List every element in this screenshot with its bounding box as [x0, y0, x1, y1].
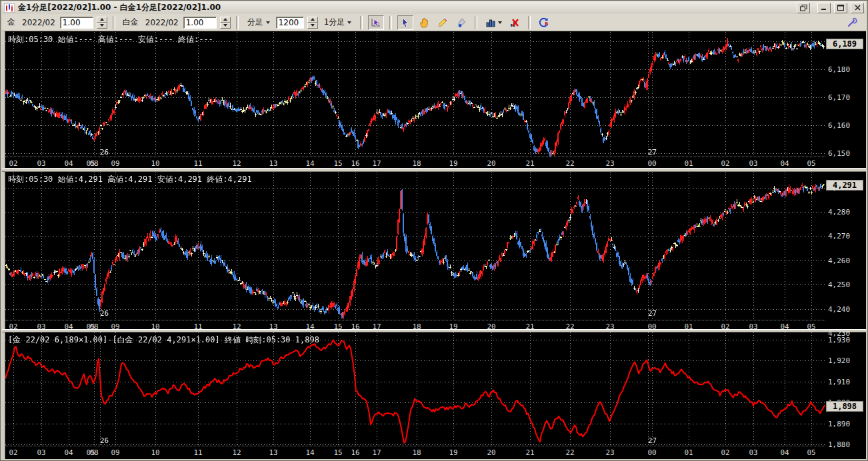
- toolbar-separator: [389, 16, 392, 29]
- day-marker-label: 26: [100, 436, 109, 445]
- bar-count-field[interactable]: [276, 17, 304, 29]
- chart-cursor-icon: [371, 17, 381, 28]
- y-tick-label: 6,160: [828, 121, 850, 130]
- x-tick-label: 05: [807, 159, 815, 168]
- chart-type-button[interactable]: [483, 15, 504, 30]
- platinum-contract-month[interactable]: 2022/02: [143, 18, 181, 27]
- spin-up-icon: [100, 18, 104, 21]
- draw-pencil-button[interactable]: [435, 15, 451, 30]
- y-tick-label: 6,180: [828, 65, 850, 74]
- y-tick-label: 1,910: [828, 377, 850, 386]
- x-tick-label: 18: [412, 448, 421, 457]
- spin-down-icon: [311, 24, 315, 27]
- gold-multiplier-spinner[interactable]: [97, 17, 107, 29]
- day-marker-label: 26: [100, 309, 109, 318]
- settings-wrench-button[interactable]: [844, 15, 860, 30]
- close-button[interactable]: [851, 3, 864, 13]
- delete-drawings-button[interactable]: [507, 15, 523, 30]
- highlighter-button[interactable]: [453, 15, 469, 30]
- cascade-windows-button[interactable]: [797, 3, 810, 13]
- day-marker-label: 27: [648, 148, 657, 157]
- y-tick-label: 1,880: [828, 440, 850, 449]
- interval-type-dropdown[interactable]: 分足: [244, 15, 273, 29]
- pan-hand-button[interactable]: [416, 15, 432, 30]
- x-tick-label: 22: [565, 448, 574, 457]
- x-tick-label: 15: [333, 159, 342, 168]
- x-tick-label: 00: [647, 159, 656, 168]
- toolbar-separator: [475, 16, 477, 29]
- chart-area: 時刻:05:30 始値:--- 高値:--- 安値:--- 終値:--- 020…: [2, 31, 866, 459]
- x-tick-label: 03: [749, 448, 757, 457]
- x-tick-label: 04: [64, 159, 73, 168]
- x-tick-label: 12: [232, 159, 241, 168]
- gold-contract-month[interactable]: 2022/02: [20, 18, 57, 27]
- minimize-icon: [821, 5, 827, 11]
- spin-up-icon: [311, 18, 315, 21]
- platinum-multiplier-field[interactable]: [183, 17, 217, 29]
- gold-multiplier-field[interactable]: [60, 17, 93, 29]
- bar-count-spinner[interactable]: [307, 17, 318, 29]
- x-tick-label: 09: [111, 159, 119, 168]
- x-tick-label: 17: [372, 448, 381, 457]
- x-tick-label: 08: [89, 448, 98, 457]
- y-tick-label: 4,280: [828, 208, 850, 217]
- platinum-chart-canvas[interactable]: [5, 172, 825, 320]
- chart-cursor-mode-button[interactable]: [368, 15, 384, 30]
- toolbar-separator: [528, 16, 531, 29]
- x-tick-label: 16: [351, 448, 359, 457]
- platinum-symbol-label: 白金: [121, 17, 141, 28]
- x-tick-label: 11: [193, 448, 202, 457]
- timeframe-dropdown[interactable]: 1分足: [321, 15, 355, 29]
- chart-application-window: { "window": { "title": "金1分足[2022/02]1.0…: [0, 0, 868, 461]
- refresh-button[interactable]: R: [536, 15, 552, 30]
- refresh-icon: R: [539, 17, 549, 28]
- x-tick-label: 19: [449, 159, 457, 168]
- x-tick-label: 03: [749, 159, 757, 168]
- wrench-icon: [847, 17, 857, 28]
- x-tick-label: 01: [684, 159, 693, 168]
- x-tick-label: 02: [721, 448, 729, 457]
- x-tick-label: 13: [269, 159, 277, 168]
- minimize-button[interactable]: [817, 3, 831, 13]
- x-tick-label: 10: [151, 448, 159, 457]
- x-tick-label: 03: [37, 159, 45, 168]
- app-icon: [4, 3, 15, 13]
- x-tick-label: 09: [111, 448, 119, 457]
- x-tick-label: 20: [487, 159, 495, 168]
- x-tick-label: 01: [684, 448, 693, 457]
- red-x-icon: [509, 17, 520, 28]
- spread-current-price-badge: 1,898: [826, 401, 863, 412]
- x-tick-label: 05: [807, 448, 815, 457]
- maximize-button[interactable]: [834, 3, 847, 13]
- x-tick-label: 08: [89, 159, 98, 168]
- x-tick-label: 04: [64, 448, 73, 457]
- select-pointer-button[interactable]: [397, 15, 413, 30]
- spin-up-icon: [223, 18, 227, 21]
- x-tick-label: 13: [269, 448, 277, 457]
- toolbar: 金 2022/02 白金 2022/02 分足 1分足: [2, 14, 866, 31]
- x-tick-label: 03: [37, 448, 45, 457]
- toolbar-separator: [236, 16, 239, 29]
- chevron-down-icon: [347, 21, 351, 24]
- spread-chart-canvas[interactable]: [5, 332, 825, 446]
- gold-chart-canvas[interactable]: [5, 32, 825, 157]
- platinum-multiplier-spinner[interactable]: [220, 17, 231, 29]
- day-marker-label: 26: [100, 148, 109, 157]
- spin-down-icon: [223, 24, 227, 27]
- x-tick-label: 04: [780, 159, 789, 168]
- gold-current-price-badge: 6,189: [826, 39, 863, 49]
- gold-info-line: 時刻:05:30 始値:--- 高値:--- 安値:--- 終値:---: [8, 34, 213, 45]
- bar-chart-icon: [485, 17, 496, 28]
- svg-text:R: R: [545, 21, 549, 27]
- day-marker-label: 27: [648, 436, 657, 445]
- x-tick-label: 21: [525, 448, 534, 457]
- pencil-icon: [437, 17, 448, 28]
- title-bar[interactable]: 金1分足[2022/02]1.00 - 白金1分足[2022/02]1.00: [2, 1, 866, 14]
- x-tick-label: 20: [487, 448, 495, 457]
- x-tick-label: 15: [333, 448, 342, 457]
- pointer-arrow-icon: [400, 17, 411, 28]
- x-tick-label: 14: [305, 159, 314, 168]
- y-tick-label: 1,920: [828, 356, 850, 365]
- gold-symbol-label: 金: [5, 17, 17, 28]
- x-tick-label: 00: [647, 448, 656, 457]
